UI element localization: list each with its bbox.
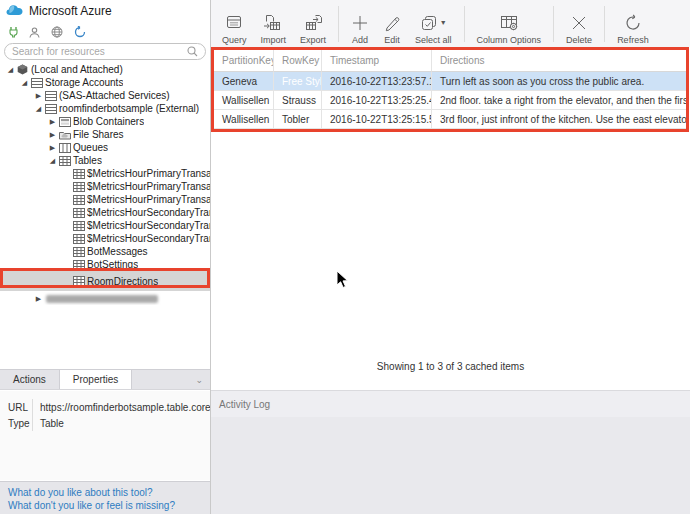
tree-item-botsettings[interactable]: BotSettings (0, 258, 210, 271)
tree-item-metrics-table[interactable]: $MetricsHourSecondaryTrans (0, 206, 210, 219)
column-options-icon (498, 14, 520, 32)
tables-icon (58, 156, 71, 166)
tree-item-metrics-table[interactable]: $MetricsHourPrimaryTransact (0, 193, 210, 206)
disclosure-collapsed-icon[interactable]: ▶ (47, 128, 58, 141)
cell-rowkey: Free Style (274, 72, 322, 91)
table-row[interactable]: Wallisellen Tobler 2016-10-22T13:25:15.5… (214, 110, 687, 129)
tab-properties[interactable]: Properties (59, 370, 133, 389)
edit-icon (383, 14, 401, 32)
property-type-row: Type Table (0, 415, 210, 431)
table-icon (72, 195, 85, 205)
table-toolbar: Query Import Export Add Edit ▼ Select al… (211, 0, 690, 47)
disclosure-collapsed-icon[interactable]: ▶ (47, 115, 58, 128)
tree-item-metrics-table[interactable]: $MetricsHourPrimaryTransact (0, 180, 210, 193)
storage-account-icon (44, 91, 57, 101)
table-icon (72, 276, 85, 286)
globe-icon[interactable] (51, 26, 63, 38)
table-icon (72, 182, 85, 192)
refresh-button[interactable]: Refresh (610, 3, 656, 45)
tree-item-roomdirections[interactable]: RoomDirections (0, 271, 210, 291)
feedback-like-link[interactable]: What do you like about this tool? (8, 486, 210, 499)
import-icon (262, 14, 284, 32)
refresh-icon (624, 14, 642, 32)
tab-actions[interactable]: Actions (0, 370, 59, 389)
collapse-panel-chevron-icon[interactable]: ⌄ (195, 370, 210, 389)
table-icon (72, 208, 85, 218)
toolbar-separator (553, 6, 554, 42)
tree-item-metrics-table[interactable]: $MetricsHourSecondaryTrans (0, 219, 210, 232)
app-title: Microsoft Azure (29, 4, 112, 18)
cell-partitionkey: Wallisellen (214, 91, 274, 110)
search-icon (187, 43, 198, 61)
cell-directions: Turn left as soon as you cross the publi… (432, 72, 687, 91)
cube-icon (16, 64, 29, 75)
disclosure-collapsed-icon[interactable]: ▶ (33, 292, 44, 305)
activity-log-header[interactable]: Activity Log (211, 390, 690, 417)
connect-icon[interactable] (9, 26, 18, 38)
tree-item-botmessages[interactable]: BotMessages (0, 245, 210, 258)
export-icon (302, 14, 324, 32)
feedback-missing-link[interactable]: What don't you like or feel is missing? (8, 499, 210, 512)
disclosure-collapsed-icon[interactable]: ▶ (33, 89, 44, 102)
properties-panel: URL https://roomfinderbotsample.table.co… (0, 391, 210, 480)
storage-account-icon (44, 104, 57, 114)
edit-button[interactable]: Edit (376, 3, 408, 45)
table-icon (72, 221, 85, 231)
tree-item-sas-attached-services[interactable]: ▶ (SAS-Attached Services) (0, 89, 210, 102)
table-row[interactable]: Geneva Free Style 2016-10-22T13:23:57.19… (214, 72, 687, 91)
search-input[interactable] (12, 46, 187, 57)
refresh-accounts-icon[interactable] (74, 26, 86, 38)
table-icon (72, 247, 85, 257)
tree-item-metrics-table[interactable]: $MetricsHourPrimaryTransact (0, 167, 210, 180)
table-row[interactable]: Wallisellen Strauss 2016-10-22T13:25:25.… (214, 91, 687, 110)
search-box (4, 43, 206, 60)
tree-item-queues[interactable]: ▶ Queues (0, 141, 210, 154)
disclosure-collapsed-icon[interactable]: ▶ (47, 141, 58, 154)
delete-icon (570, 14, 588, 32)
delete-button[interactable]: Delete (559, 3, 599, 45)
column-header-rowkey[interactable]: RowKey (274, 50, 322, 72)
query-button[interactable]: Query (215, 3, 254, 45)
entities-table: PartitionKey^ RowKey Timestamp Direction… (214, 50, 687, 129)
dropdown-caret-icon: ▼ (440, 19, 447, 26)
main-panel: Query Import Export Add Edit ▼ Select al… (211, 0, 690, 514)
select-all-button[interactable]: ▼ Select all (408, 3, 459, 45)
disclosure-expanded-icon[interactable]: ◢ (5, 63, 16, 76)
tree-item-blob-containers[interactable]: ▶ Blob Containers (0, 115, 210, 128)
activity-log-title: Activity Log (219, 399, 270, 410)
tree-item-roomfinderbotsample[interactable]: ◢ roomfinderbotsample (External) (0, 102, 210, 115)
storage-account-icon (30, 78, 43, 88)
tree-item-local-and-attached[interactable]: ◢ (Local and Attached) (0, 63, 210, 76)
tree-item-tables[interactable]: ◢ Tables (0, 154, 210, 167)
column-header-partitionkey[interactable]: PartitionKey^ (214, 50, 274, 72)
sidebar-quick-toolbar (0, 22, 210, 40)
status-text: Showing 1 to 3 of 3 cached items (211, 361, 690, 372)
table-icon (72, 234, 85, 244)
cell-rowkey: Tobler (274, 110, 322, 129)
column-header-timestamp[interactable]: Timestamp (322, 50, 432, 72)
property-url-row: URL https://roomfinderbotsample.table.co… (0, 399, 210, 415)
tree-item-storage-accounts[interactable]: ◢ Storage Accounts (0, 76, 210, 89)
select-all-icon (420, 14, 438, 32)
export-button[interactable]: Export (293, 3, 333, 45)
add-button[interactable]: Add (344, 3, 376, 45)
activity-log-body (211, 417, 690, 514)
disclosure-expanded-icon[interactable]: ◢ (19, 76, 30, 89)
cell-timestamp: 2016-10-22T13:25:25.492Z (322, 91, 432, 110)
column-header-directions[interactable]: Directions (432, 50, 687, 72)
disclosure-expanded-icon[interactable]: ◢ (33, 102, 44, 115)
tree-item-redacted[interactable]: ▶ (0, 291, 210, 305)
url-value: https://roomfinderbotsample.table.core.w… (32, 399, 210, 415)
import-button[interactable]: Import (254, 3, 294, 45)
column-options-button[interactable]: Column Options (470, 3, 549, 45)
account-icon[interactable] (29, 27, 40, 38)
type-value: Table (32, 415, 210, 431)
toolbar-separator (604, 6, 605, 42)
tree-item-file-shares[interactable]: ▶ File Shares (0, 128, 210, 141)
queues-icon (58, 143, 71, 153)
tree-item-metrics-table[interactable]: $MetricsHourSecondaryTrans (0, 232, 210, 245)
disclosure-expanded-icon[interactable]: ◢ (47, 154, 58, 167)
toolbar-separator (338, 6, 339, 42)
azure-logo-icon (6, 2, 23, 20)
query-icon (224, 14, 244, 32)
